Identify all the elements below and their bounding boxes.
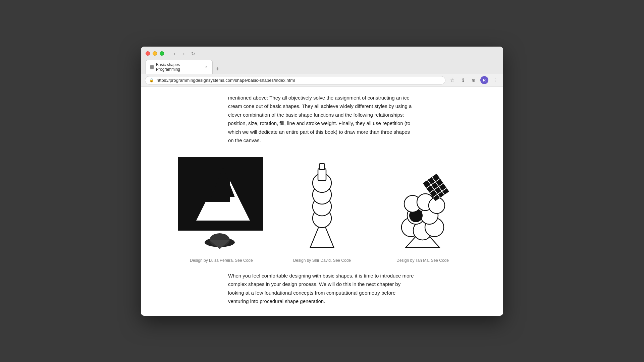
closing-paragraph: When you feel comfortable designing with… [228, 272, 416, 306]
caption-3: Design by Tan Ma. See Code [396, 258, 449, 263]
active-tab[interactable]: Basic shapes – Programming × [146, 60, 213, 74]
minimize-button[interactable] [153, 51, 157, 56]
forward-button[interactable]: › [180, 50, 187, 57]
svg-rect-14 [319, 164, 325, 170]
images-section: Design by Luisa Pereira. See Code [168, 150, 476, 266]
tab-close-button[interactable]: × [204, 65, 208, 69]
image-3 [377, 157, 468, 254]
image-column-2: Design by Shir David. See Code [277, 157, 367, 263]
page-content: mentioned above: They all objectively so… [141, 87, 503, 316]
caption-1: Design by Luisa Pereira. See Code [190, 258, 253, 263]
image-column-1: Design by Luisa Pereira. See Code [176, 157, 267, 263]
svg-rect-13 [318, 169, 326, 181]
browser-window: ‹ › ↻ Basic shapes – Programming × + 🔒 h… [141, 47, 503, 316]
shield-icon[interactable]: ⊕ [470, 76, 478, 84]
image-column-3: Design by Tan Ma. See Code [377, 157, 468, 263]
svg-rect-0 [150, 65, 154, 69]
address-bar-row: 🔒 https://programmingdesignsystems.com/s… [141, 74, 503, 87]
menu-icon[interactable]: ⋮ [491, 76, 499, 84]
maximize-button[interactable] [160, 51, 164, 56]
url-text: https://programmingdesignsystems.com/sha… [157, 78, 441, 83]
browser-controls: ‹ › ↻ [146, 50, 498, 57]
lock-icon: 🔒 [149, 78, 154, 82]
close-button[interactable] [146, 51, 150, 56]
address-bar[interactable]: 🔒 https://programmingdesignsystems.com/s… [145, 76, 445, 84]
nav-controls: ‹ › ↻ [171, 50, 197, 57]
intro-paragraph: mentioned above: They all objectively so… [228, 87, 416, 150]
tab-title: Basic shapes – Programming [156, 62, 201, 72]
image-2 [277, 157, 367, 254]
image-1 [176, 157, 267, 254]
tab-favicon [150, 65, 154, 69]
browser-titlebar: ‹ › ↻ Basic shapes – Programming × + [141, 47, 503, 74]
browser-tabs: Basic shapes – Programming × + [146, 60, 498, 74]
bookmark-icon[interactable]: ☆ [448, 76, 456, 84]
caption-2: Design by Shir David. See Code [293, 258, 351, 263]
refresh-button[interactable]: ↻ [190, 50, 197, 57]
back-button[interactable]: ‹ [171, 50, 178, 57]
new-tab-button[interactable]: + [213, 65, 222, 74]
profile-avatar[interactable]: R [480, 76, 488, 84]
info-icon[interactable]: ℹ [459, 76, 467, 84]
toolbar-icons: ☆ ℹ ⊕ R ⋮ [448, 76, 499, 84]
